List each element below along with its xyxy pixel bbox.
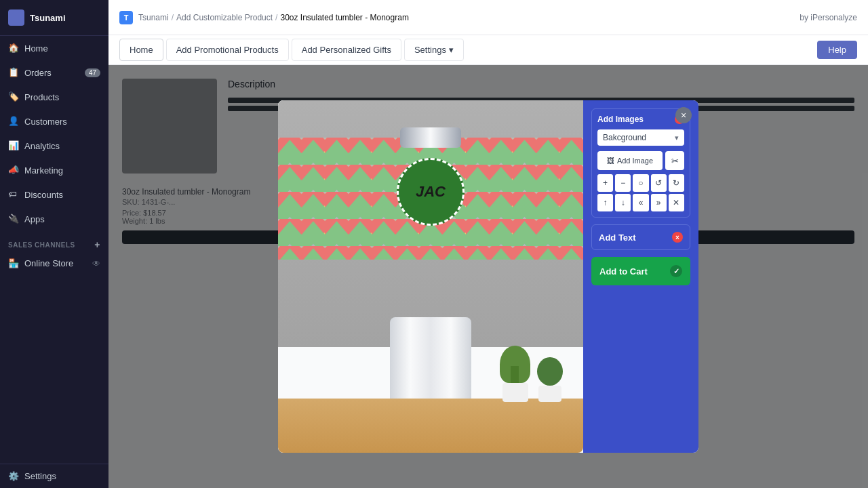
analytics-icon: 📊 <box>8 140 19 151</box>
add-sales-channel-icon[interactable]: + <box>94 239 100 250</box>
sidebar-label-products: Products <box>24 92 59 102</box>
grid-btn-down[interactable]: ↓ <box>615 194 631 211</box>
orders-badge: 47 <box>85 68 100 77</box>
help-button[interactable]: Help <box>817 41 857 59</box>
sidebar-logo[interactable]: Tsunami <box>0 0 108 36</box>
grid-btn-add[interactable]: + <box>597 174 613 192</box>
modal-close-button[interactable]: × <box>675 107 692 123</box>
home-icon: 🏠 <box>8 43 19 54</box>
add-images-section: Add Images × Bakcground <box>591 108 690 218</box>
breadcrumb-sep-1: / <box>172 13 174 22</box>
breadcrumb-add-customizable[interactable]: Add Customizable Product <box>176 13 273 22</box>
tab-home[interactable]: Home <box>119 39 163 61</box>
add-image-button[interactable]: 🖼 Add Image <box>597 151 663 170</box>
visibility-icon: 👁 <box>92 259 100 268</box>
sidebar-bottom: ⚙️ Settings <box>0 464 108 488</box>
modal-overlay: × <box>108 65 868 488</box>
breadcrumb-current: 30oz Insulated tumbler - Monogram <box>280 13 408 22</box>
background-dropdown[interactable]: Bakcground <box>597 129 684 146</box>
plant-container <box>500 346 563 402</box>
plant-leaves-1 <box>500 346 530 383</box>
sidebar-label-home: Home <box>24 43 48 54</box>
grid-btn-left[interactable]: « <box>633 194 648 211</box>
plant-pot-1 <box>502 383 528 402</box>
sidebar-item-products[interactable]: 🏷️ Products <box>0 85 108 109</box>
add-image-label: Add Image <box>617 157 653 165</box>
tumbler-top <box>400 127 461 148</box>
sidebar-item-orders[interactable]: 📋 Orders 47 <box>0 60 108 85</box>
add-images-header: Add Images × <box>597 115 684 124</box>
add-text-close-icon: × <box>672 232 683 243</box>
nav-tabs: Home Add Promotional Products Add Person… <box>108 35 868 65</box>
add-to-cart-button[interactable]: Add to Cart ✓ <box>591 257 690 285</box>
settings-label: Settings <box>24 471 56 481</box>
store-icon: 🏪 <box>8 258 19 268</box>
breadcrumb: T Tsunami / Add Customizable Product / 3… <box>119 11 409 24</box>
monogram-text: JAC <box>416 183 446 201</box>
by-ipersonalyze: by iPersonalyze <box>800 13 857 22</box>
sidebar-label-marketing: Marketing <box>24 165 63 176</box>
sidebar-item-settings[interactable]: ⚙️ Settings <box>0 464 108 488</box>
online-store-label: Online Store <box>24 258 73 268</box>
products-icon: 🏷️ <box>8 92 19 102</box>
tab-add-promotional[interactable]: Add Promotional Products <box>166 39 289 61</box>
app-favicon: T <box>119 11 133 24</box>
controls-panel: Add Images × Bakcground <box>583 100 698 453</box>
add-image-row: 🖼 Add Image ✂ <box>597 151 684 170</box>
sidebar-item-discounts[interactable]: 🏷 Discounts <box>0 182 108 207</box>
tab-settings-dropdown[interactable]: Settings ▾ <box>404 39 464 61</box>
grid-btn-right[interactable]: » <box>651 194 667 211</box>
cart-check-icon: ✓ <box>670 265 682 277</box>
sales-channels-section: SALES CHANNELS + <box>0 231 108 253</box>
app-logo-icon <box>8 9 24 26</box>
sidebar-item-customers[interactable]: 👤 Customers <box>0 109 108 134</box>
grid-btn-circle1[interactable]: ○ <box>633 174 648 192</box>
icon-grid: + − ○ ↺ ↻ ↑ ↓ « » ✕ <box>597 174 684 211</box>
add-text-button[interactable]: Add Text × <box>591 224 690 250</box>
orders-icon: 📋 <box>8 67 19 78</box>
grid-btn-rotate-left[interactable]: ↺ <box>651 174 667 192</box>
add-images-title: Add Images <box>597 115 644 124</box>
sidebar: Tsunami 🏠 Home 📋 Orders 47 🏷️ Products 👤… <box>0 0 108 488</box>
add-text-label: Add Text <box>599 232 636 243</box>
wood-surface <box>278 399 583 453</box>
plant-leaves-2 <box>537 357 563 386</box>
content-area: Description 30oz Insulated tumbler - Mon… <box>108 65 868 488</box>
product-image-section: JAC <box>278 100 583 453</box>
plant-1 <box>500 346 530 402</box>
sidebar-label-orders: Orders <box>24 68 52 78</box>
plant-pot-2 <box>538 386 561 402</box>
monogram-circle: JAC <box>397 158 465 226</box>
main-content: T Tsunami / Add Customizable Product / 3… <box>108 0 868 488</box>
grid-btn-rotate-right[interactable]: ↻ <box>669 174 684 192</box>
grid-btn-up[interactable]: ↑ <box>597 194 613 211</box>
add-to-cart-label: Add to Cart <box>599 266 648 277</box>
modal-body: JAC <box>278 100 698 453</box>
settings-icon: ⚙️ <box>8 471 19 481</box>
background-dropdown-wrap: Bakcground <box>597 129 684 146</box>
breadcrumb-tsunami[interactable]: Tsunami <box>138 13 169 22</box>
apps-icon: 🔌 <box>8 214 19 224</box>
sidebar-logo-text: Tsunami <box>30 13 66 23</box>
scissors-button[interactable]: ✂ <box>665 151 684 170</box>
sidebar-item-marketing[interactable]: 📣 Marketing <box>0 158 108 182</box>
scissors-icon: ✂ <box>671 156 679 166</box>
plant-2 <box>537 357 563 402</box>
discounts-icon: 🏷 <box>8 189 19 200</box>
marketing-icon: 📣 <box>8 165 19 176</box>
modal-container: × <box>278 100 698 453</box>
topbar: T Tsunami / Add Customizable Product / 3… <box>108 0 868 35</box>
sidebar-item-online-store[interactable]: 🏪 Online Store 👁 <box>0 253 108 274</box>
customers-icon: 👤 <box>8 116 19 127</box>
sidebar-item-home[interactable]: 🏠 Home <box>0 36 108 60</box>
image-icon: 🖼 <box>607 157 614 165</box>
breadcrumb-sep-2: / <box>275 13 277 22</box>
grid-btn-close2[interactable]: ✕ <box>669 194 684 211</box>
sidebar-item-apps[interactable]: 🔌 Apps <box>0 207 108 231</box>
sidebar-label-apps: Apps <box>24 214 45 224</box>
tab-settings-label: Settings ▾ <box>414 45 454 55</box>
grid-btn-minus[interactable]: − <box>615 174 631 192</box>
sidebar-item-analytics[interactable]: 📊 Analytics <box>0 134 108 158</box>
sidebar-label-analytics: Analytics <box>24 141 60 151</box>
tab-add-personalized[interactable]: Add Personalized Gifts <box>292 39 401 61</box>
